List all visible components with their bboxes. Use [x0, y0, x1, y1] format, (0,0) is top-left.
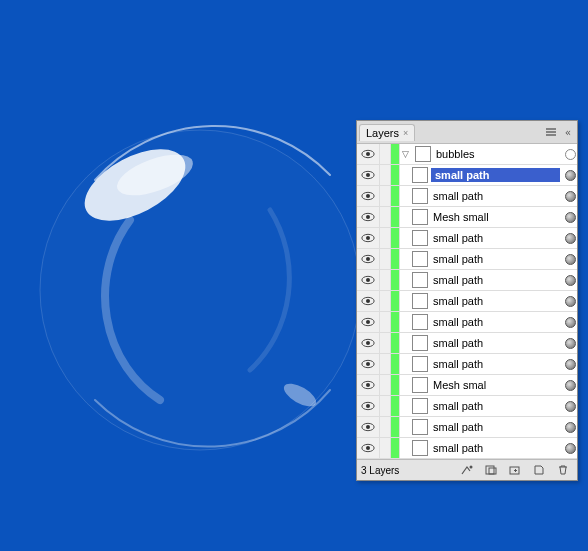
layer-thumbnail: [412, 209, 428, 225]
layer-color-swatch: [391, 291, 400, 311]
svg-rect-38: [489, 468, 496, 474]
target-button[interactable]: [563, 417, 577, 437]
layer-row[interactable]: Mesh small: [357, 207, 577, 228]
layer-name[interactable]: small path: [431, 316, 560, 328]
layer-row[interactable]: small path: [357, 438, 577, 459]
layer-name[interactable]: small path: [431, 358, 560, 370]
target-button[interactable]: [563, 354, 577, 374]
layer-row[interactable]: small path: [357, 333, 577, 354]
layer-row[interactable]: small path: [357, 249, 577, 270]
new-sublayer-icon[interactable]: [505, 462, 525, 478]
close-tab-icon[interactable]: ×: [403, 128, 408, 138]
layer-name[interactable]: small path: [431, 421, 560, 433]
lock-cell[interactable]: [380, 396, 391, 416]
target-button[interactable]: [563, 207, 577, 227]
lock-cell[interactable]: [380, 186, 391, 206]
lock-cell[interactable]: [380, 312, 391, 332]
layers-list[interactable]: ▽ bubbles small pathsmall pathMesh small…: [357, 144, 577, 459]
target-button[interactable]: [563, 186, 577, 206]
visibility-toggle[interactable]: [357, 207, 380, 227]
make-clipping-mask-icon[interactable]: [481, 462, 501, 478]
svg-point-23: [366, 320, 370, 324]
layer-row[interactable]: small path: [357, 270, 577, 291]
svg-point-29: [366, 383, 370, 387]
visibility-toggle[interactable]: [357, 228, 380, 248]
target-button[interactable]: [563, 249, 577, 269]
visibility-toggle[interactable]: [357, 333, 380, 353]
lock-cell[interactable]: [380, 207, 391, 227]
visibility-toggle[interactable]: [357, 354, 380, 374]
lock-cell[interactable]: [380, 291, 391, 311]
lock-cell[interactable]: [380, 438, 391, 458]
layer-name[interactable]: small path: [431, 253, 560, 265]
layer-name[interactable]: Mesh small: [431, 211, 560, 223]
layer-thumbnail: [412, 440, 428, 456]
layer-row[interactable]: small path: [357, 396, 577, 417]
visibility-toggle[interactable]: [357, 438, 380, 458]
locate-object-icon[interactable]: [457, 462, 477, 478]
delete-layer-icon[interactable]: [553, 462, 573, 478]
target-button[interactable]: [563, 396, 577, 416]
target-button[interactable]: [563, 333, 577, 353]
target-button[interactable]: [563, 270, 577, 290]
lock-cell[interactable]: [380, 417, 391, 437]
visibility-toggle[interactable]: [357, 165, 380, 185]
target-button[interactable]: [563, 291, 577, 311]
new-layer-icon[interactable]: [529, 462, 549, 478]
visibility-toggle[interactable]: [357, 144, 380, 164]
target-button[interactable]: [563, 375, 577, 395]
visibility-toggle[interactable]: [357, 270, 380, 290]
layer-name[interactable]: small path: [431, 400, 560, 412]
visibility-toggle[interactable]: [357, 249, 380, 269]
lock-cell[interactable]: [380, 249, 391, 269]
layer-name[interactable]: small path: [431, 337, 560, 349]
layer-name[interactable]: small path: [431, 274, 560, 286]
layer-name[interactable]: small path: [431, 232, 560, 244]
visibility-toggle[interactable]: [357, 417, 380, 437]
target-button[interactable]: [563, 144, 577, 164]
visibility-toggle[interactable]: [357, 291, 380, 311]
layer-name[interactable]: bubbles: [434, 148, 560, 160]
panel-collapse-icon[interactable]: «: [561, 125, 575, 139]
layer-row[interactable]: small path: [357, 291, 577, 312]
layer-row[interactable]: small path: [357, 186, 577, 207]
layer-color-swatch: [391, 228, 400, 248]
svg-point-13: [366, 215, 370, 219]
lock-cell[interactable]: [380, 333, 391, 353]
target-button[interactable]: [563, 438, 577, 458]
lock-cell[interactable]: [380, 354, 391, 374]
lock-cell[interactable]: [380, 144, 391, 164]
layer-color-swatch: [391, 249, 400, 269]
visibility-toggle[interactable]: [357, 186, 380, 206]
lock-cell[interactable]: [380, 270, 391, 290]
visibility-toggle[interactable]: [357, 396, 380, 416]
layer-row[interactable]: Mesh smal: [357, 375, 577, 396]
lock-cell[interactable]: [380, 165, 391, 185]
lock-cell[interactable]: [380, 375, 391, 395]
layer-name[interactable]: small path: [431, 295, 560, 307]
layer-row[interactable]: small path: [357, 312, 577, 333]
layers-tab[interactable]: Layers ×: [359, 124, 415, 141]
layer-name[interactable]: Mesh smal: [431, 379, 560, 391]
disclosure-triangle-icon[interactable]: ▽: [402, 149, 412, 159]
target-button[interactable]: [563, 165, 577, 185]
layer-row[interactable]: small path: [357, 417, 577, 438]
layer-color-swatch: [391, 207, 400, 227]
layer-row[interactable]: small path: [357, 228, 577, 249]
visibility-toggle[interactable]: [357, 312, 380, 332]
layer-name[interactable]: small path: [431, 190, 560, 202]
eye-icon: [361, 380, 375, 390]
layer-row-parent[interactable]: ▽ bubbles: [357, 144, 577, 165]
target-button[interactable]: [563, 228, 577, 248]
layer-name[interactable]: small path: [431, 442, 560, 454]
layer-thumbnail: [412, 314, 428, 330]
layer-row[interactable]: small path: [357, 354, 577, 375]
layer-name[interactable]: small path: [431, 168, 560, 182]
lock-cell[interactable]: [380, 228, 391, 248]
visibility-toggle[interactable]: [357, 375, 380, 395]
target-button[interactable]: [563, 312, 577, 332]
layer-thumbnail: [412, 419, 428, 435]
layer-row[interactable]: small path: [357, 165, 577, 186]
panel-menu-icon[interactable]: [544, 125, 558, 139]
eye-icon: [361, 401, 375, 411]
